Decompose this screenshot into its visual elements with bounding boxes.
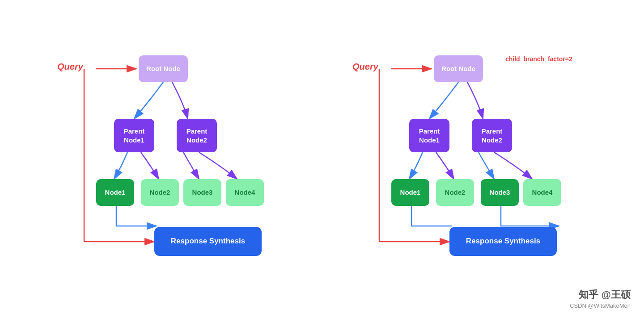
watermark: 知乎 @王硕 CSDN @WitsMakeMen xyxy=(570,288,631,309)
left-node1: Node1 xyxy=(96,179,134,206)
right-node2: Node2 xyxy=(436,179,474,206)
right-diagram: Query child_branch_factor=2 Root Node Pa… xyxy=(340,21,599,297)
right-parent-node1: ParentNode1 xyxy=(409,119,449,152)
left-node4: Node4 xyxy=(226,179,264,206)
left-parent-node2: ParentNode2 xyxy=(177,119,217,152)
right-node4: Node4 xyxy=(523,179,561,206)
left-parent-node1: ParentNode1 xyxy=(114,119,154,152)
left-query-label: Query xyxy=(57,62,83,72)
right-node3: Node3 xyxy=(481,179,519,206)
left-node2: Node2 xyxy=(141,179,179,206)
right-parent-node2: ParentNode2 xyxy=(472,119,512,152)
right-query-label: Query xyxy=(352,62,378,72)
right-node1: Node1 xyxy=(391,179,429,206)
right-root-node: Root Node xyxy=(434,55,483,82)
left-diagram: Query Root Node ParentNode1 ParentNode2 … xyxy=(45,21,304,297)
branch-factor-label: child_branch_factor=2 xyxy=(505,55,572,63)
left-response-synthesis: Response Synthesis xyxy=(154,227,262,256)
watermark-main: 知乎 @王硕 xyxy=(570,288,631,301)
left-node3: Node3 xyxy=(183,179,221,206)
left-root-node: Root Node xyxy=(139,55,188,82)
watermark-sub: CSDN @WitsMakeMen xyxy=(570,302,631,309)
main-container: Query Root Node ParentNode1 ParentNode2 … xyxy=(0,0,644,318)
right-response-synthesis: Response Synthesis xyxy=(449,227,557,256)
